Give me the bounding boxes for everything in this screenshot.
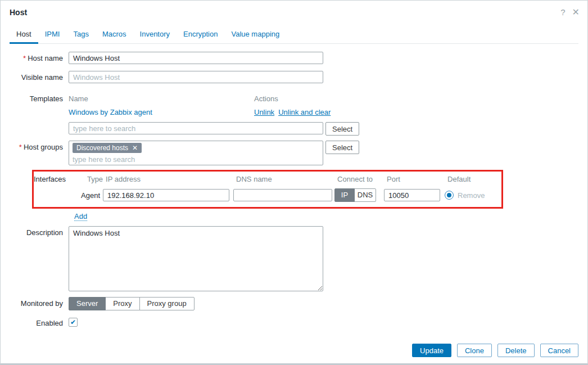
visible-name-label: Visible name: [1, 71, 69, 82]
interfaces-header-row: Interfaces Type IP address DNS name Conn…: [34, 175, 501, 183]
close-icon[interactable]: ✕: [572, 8, 580, 17]
templates-headers: Name Actions: [69, 92, 359, 103]
connect-to-ip-option[interactable]: IP: [334, 188, 355, 202]
enabled-checkbox[interactable]: ✔: [69, 318, 78, 327]
template-actions-cell: Unlink Unlink and clear: [254, 108, 331, 116]
host-groups-search-placeholder[interactable]: type here to search: [73, 155, 319, 164]
host-form: *Host name Visible name Templates Name A…: [1, 44, 587, 327]
monitored-by-label: Monitored by: [1, 297, 69, 308]
dialog-title: Host: [10, 8, 27, 17]
interfaces-ip-header: IP address: [106, 175, 232, 183]
template-link[interactable]: Windows by Zabbix agent: [69, 108, 152, 116]
interface-dns-input[interactable]: [233, 189, 332, 201]
templates-label: Templates: [1, 92, 69, 103]
template-search-row: Select: [69, 122, 359, 136]
connect-to-toggle: IP DNS: [334, 188, 376, 202]
host-group-chip-label: Discovered hosts: [76, 144, 128, 152]
help-icon[interactable]: ?: [560, 8, 565, 17]
unlink-link[interactable]: Unlink: [254, 108, 274, 116]
required-asterisk: *: [19, 143, 22, 151]
monitored-by-server-option[interactable]: Server: [69, 297, 106, 310]
host-group-chip: Discovered hosts ✕: [73, 143, 142, 153]
unlink-and-clear-link[interactable]: Unlink and clear: [278, 108, 331, 116]
required-asterisk: *: [23, 54, 26, 62]
tab-inventory[interactable]: Inventory: [133, 25, 177, 44]
monitored-by-row: Monitored by Server Proxy Proxy group: [1, 297, 578, 310]
tab-value-mapping[interactable]: Value mapping: [224, 25, 286, 44]
templates-row: Templates Name Actions Windows by Zabbix…: [1, 92, 578, 136]
visible-name-input[interactable]: [69, 71, 323, 83]
interface-ip-input[interactable]: [103, 189, 229, 201]
description-textarea[interactable]: Windows Host: [69, 226, 323, 291]
interfaces-type-header: Type: [71, 175, 103, 183]
delete-button[interactable]: Delete: [497, 344, 535, 357]
monitored-by-proxy-option[interactable]: Proxy: [105, 297, 139, 310]
tab-encryption[interactable]: Encryption: [177, 25, 224, 44]
enabled-row: Enabled ✔: [1, 317, 578, 327]
description-label: Description: [1, 226, 69, 237]
template-name-cell: Windows by Zabbix agent: [69, 108, 254, 116]
interfaces-annotation-box: Interfaces Type IP address DNS name Conn…: [32, 170, 503, 209]
add-interface-link[interactable]: Add: [74, 212, 87, 221]
default-interface-radio[interactable]: [445, 191, 454, 200]
cancel-button[interactable]: Cancel: [540, 344, 578, 357]
template-linked-row: Windows by Zabbix agent Unlink Unlink an…: [69, 108, 359, 116]
host-edit-dialog: Host ? ✕ Host IPMI Tags Macros Inventory…: [0, 0, 588, 365]
interfaces-label: Interfaces: [34, 175, 71, 183]
enabled-label: Enabled: [1, 317, 69, 327]
dialog-footer: Update Clone Delete Cancel: [412, 344, 578, 357]
monitored-by-toggle: Server Proxy Proxy group: [69, 297, 195, 310]
header-icons: ? ✕: [560, 8, 580, 17]
add-interface-row: Add: [74, 212, 578, 220]
interface-default-cell: Remove: [445, 191, 485, 200]
monitored-by-proxy-group-option[interactable]: Proxy group: [139, 297, 195, 310]
templates-name-header: Name: [69, 94, 254, 103]
host-groups-select-button[interactable]: Select: [325, 141, 359, 154]
chip-remove-icon[interactable]: ✕: [132, 145, 138, 151]
host-groups-field: Discovered hosts ✕ type here to search S…: [69, 141, 359, 165]
tab-host[interactable]: Host: [10, 25, 38, 44]
interfaces-connect-header: Connect to: [337, 175, 379, 183]
dialog-header: Host ? ✕: [1, 1, 587, 17]
host-name-row: *Host name: [1, 52, 578, 64]
interface-type: Agent: [69, 191, 100, 200]
clone-button[interactable]: Clone: [457, 344, 492, 357]
visible-name-row: Visible name: [1, 71, 578, 83]
tab-tags[interactable]: Tags: [66, 25, 95, 44]
host-name-label: *Host name: [1, 52, 69, 62]
interface-row-agent: Agent IP DNS Remove: [34, 188, 501, 202]
update-button[interactable]: Update: [412, 344, 451, 357]
connect-to-dns-option[interactable]: DNS: [354, 188, 376, 202]
description-row: Description Windows Host: [1, 226, 578, 291]
templates-actions-header: Actions: [254, 94, 278, 103]
host-groups-label: *Host groups: [1, 141, 69, 151]
templates-block: Name Actions Windows by Zabbix agent Unl…: [69, 92, 359, 136]
interfaces-dns-header: DNS name: [236, 175, 335, 183]
template-select-button[interactable]: Select: [325, 122, 359, 136]
tab-bar: Host IPMI Tags Macros Inventory Encrypti…: [10, 25, 578, 44]
interface-remove-link: Remove: [458, 191, 485, 200]
interface-port-input[interactable]: [384, 189, 440, 201]
interfaces-port-header: Port: [387, 175, 443, 183]
interfaces-default-header: Default: [447, 175, 471, 183]
template-search-input[interactable]: [69, 122, 323, 134]
tab-ipmi[interactable]: IPMI: [38, 25, 67, 44]
tab-macros[interactable]: Macros: [96, 25, 133, 44]
host-groups-row: *Host groups Discovered hosts ✕ type her…: [1, 141, 578, 165]
host-name-input[interactable]: [69, 52, 323, 64]
host-groups-multiselect[interactable]: Discovered hosts ✕ type here to search: [69, 141, 323, 165]
